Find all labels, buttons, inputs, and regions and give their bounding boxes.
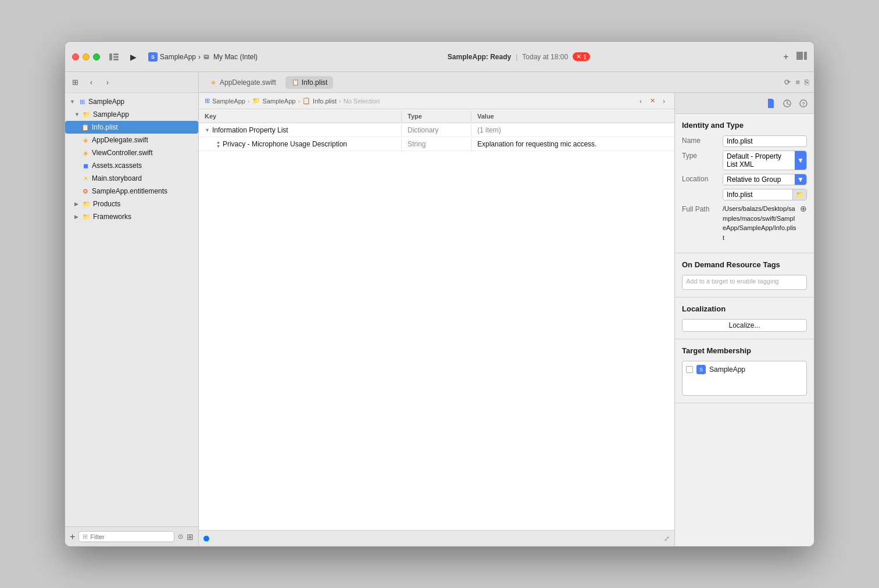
tab-label: AppDelegate.swift bbox=[220, 78, 276, 87]
plist-row-mic[interactable]: ▲ ▼ Privacy - Microphone Usage Descripti… bbox=[199, 137, 674, 151]
add-editor-btn[interactable]: ⊞ bbox=[187, 532, 194, 542]
stepper-icon[interactable]: ▲ ▼ bbox=[216, 140, 220, 148]
sidebar-item-appdelegate[interactable]: ◈ AppDelegate.swift bbox=[65, 134, 198, 146]
resource-tags-field[interactable]: Add to a target to enable tagging bbox=[682, 275, 807, 290]
sidebar-item-storyboard[interactable]: ✕ Main.storyboard bbox=[65, 172, 198, 185]
filter-input[interactable] bbox=[90, 533, 170, 540]
sidebar-item-products[interactable]: ▶ 📁 Products bbox=[65, 198, 198, 210]
sidebar-item-infoplist[interactable]: 📋 Info.plist bbox=[65, 121, 198, 134]
sidebar-item-frameworks[interactable]: ▶ 📁 Frameworks bbox=[65, 210, 198, 223]
target-item: S SampleApp bbox=[686, 365, 803, 374]
titlebar: ▶ S SampleApp › My Mac (Intel) SampleApp… bbox=[65, 42, 814, 72]
type-dropdown-arrow[interactable]: ▼ bbox=[795, 151, 806, 170]
add-tab-button[interactable]: + bbox=[780, 51, 792, 63]
sidebar-toggle-icon[interactable] bbox=[109, 53, 119, 60]
minimize-button[interactable] bbox=[83, 53, 90, 60]
scheme-name: SampleApp bbox=[160, 53, 196, 61]
error-count: 1 bbox=[583, 53, 587, 60]
list-view-icon[interactable]: ≡ bbox=[795, 78, 800, 87]
col-type-header: Type bbox=[402, 111, 471, 121]
svg-rect-2 bbox=[113, 56, 119, 58]
location-field-container: Relative to Group ▼ bbox=[723, 174, 807, 185]
help-inspector-icon[interactable]: ? bbox=[798, 98, 809, 109]
breadcrumb-file[interactable]: Info.plist bbox=[313, 98, 337, 105]
breadcrumb-close[interactable]: ✕ bbox=[648, 96, 657, 106]
history-inspector-icon[interactable] bbox=[781, 98, 793, 109]
sidebar-item-label: AppDelegate.swift bbox=[92, 136, 148, 144]
nav-forward-icon[interactable]: › bbox=[101, 76, 114, 89]
sidebar-item-entitlements[interactable]: ⚙ SampleApp.entitlements bbox=[65, 185, 198, 198]
plist-value-root: (1 item) bbox=[471, 124, 674, 136]
error-icon: ✕ bbox=[576, 53, 581, 60]
sidebar-item-label: SampleApp.entitlements bbox=[92, 187, 167, 195]
localization-title: Localization bbox=[682, 304, 807, 313]
error-badge[interactable]: ✕ 1 bbox=[573, 52, 590, 61]
folder-browse-button[interactable]: 📁 bbox=[792, 189, 806, 200]
plist-row-root[interactable]: ▼ Information Property List Dictionary (… bbox=[199, 123, 674, 137]
plist-header: Key Type Value bbox=[199, 109, 674, 123]
sidebar-item-project[interactable]: ▼ ⊞ SampleApp bbox=[65, 95, 198, 108]
location-dropdown-arrow[interactable]: ▼ bbox=[795, 174, 806, 185]
inspector-panel: ? Identity and Type Name Info.plist bbox=[674, 93, 814, 546]
breadcrumb-selection[interactable]: No Selection bbox=[344, 98, 380, 105]
plist-editor: Key Type Value ▼ Information Property Li… bbox=[199, 109, 674, 530]
plist-key-text: Information Property List bbox=[212, 126, 288, 134]
scheme-selector[interactable]: S SampleApp › My Mac (Intel) bbox=[148, 52, 258, 62]
breadcrumb-actions: ‹ ✕ › bbox=[636, 96, 669, 106]
name-field[interactable]: Info.plist bbox=[723, 135, 807, 147]
resource-tags-placeholder: Add to a target to enable tagging bbox=[686, 278, 779, 285]
run-button[interactable]: ▶ bbox=[130, 52, 137, 62]
filter-icon: ⊞ bbox=[83, 533, 88, 540]
assets-icon: ◼ bbox=[81, 162, 90, 170]
editor-right-tools: ⟳ ≡ ⎘ bbox=[784, 78, 809, 87]
target-checkbox[interactable] bbox=[686, 366, 693, 373]
breadcrumb-project[interactable]: SampleApp bbox=[212, 98, 245, 105]
choose-path-button[interactable]: ⊕ bbox=[800, 204, 807, 213]
sidebar-item-viewcontroller[interactable]: ◈ ViewController.swift bbox=[65, 146, 198, 159]
name-value: Info.plist bbox=[727, 137, 753, 145]
target-box: S SampleApp bbox=[682, 361, 807, 396]
target-membership-section: Target Membership S SampleApp bbox=[675, 339, 814, 403]
breadcrumb-folder[interactable]: SampleApp bbox=[263, 98, 296, 105]
editor-area: ⊞ SampleApp › 📁 SampleApp › 📋 Info.plist… bbox=[199, 93, 674, 546]
folder-icon: 📁 bbox=[83, 110, 91, 119]
svg-rect-4 bbox=[204, 55, 209, 59]
sidebar-item-label: Assets.xcassets bbox=[92, 162, 142, 170]
inspector-location-row: Location Relative to Group ▼ bbox=[682, 174, 807, 185]
close-button[interactable] bbox=[72, 53, 79, 60]
tab-infoplist[interactable]: 📋 Info.plist bbox=[285, 76, 334, 89]
expand-row-icon[interactable]: ▼ bbox=[205, 127, 210, 133]
tab-label: Info.plist bbox=[302, 78, 328, 87]
breadcrumb-nav-right[interactable]: › bbox=[659, 96, 669, 106]
destination-name: My Mac (Intel) bbox=[213, 53, 258, 61]
nav-back-icon[interactable]: ‹ bbox=[85, 76, 98, 89]
localize-button[interactable]: Localize... bbox=[682, 319, 807, 332]
inspector-toggle-icon[interactable] bbox=[796, 52, 807, 62]
sidebar-item-assets[interactable]: ◼ Assets.xcassets bbox=[65, 159, 198, 172]
swift-icon: ◈ bbox=[81, 136, 90, 144]
svg-rect-6 bbox=[796, 52, 803, 60]
recent-files-btn[interactable]: ⊙ bbox=[178, 533, 183, 540]
resize-handle[interactable]: ⤢ bbox=[664, 535, 670, 543]
grid-view-icon[interactable]: ⊞ bbox=[69, 76, 81, 89]
traffic-lights bbox=[72, 53, 100, 60]
breadcrumb-nav-left[interactable]: ‹ bbox=[636, 96, 645, 106]
sidebar-item-label: SampleApp bbox=[93, 110, 129, 119]
breadcrumb-file-icon: 📋 bbox=[302, 97, 310, 105]
status-label: SampleApp: Ready bbox=[448, 53, 511, 61]
filename-field-container: Info.plist 📁 bbox=[723, 189, 807, 200]
breadcrumb-folder-icon: 📁 bbox=[252, 97, 260, 105]
split-view-icon[interactable]: ⎘ bbox=[805, 78, 809, 87]
maximize-button[interactable] bbox=[93, 53, 100, 60]
sidebar-item-app-folder[interactable]: ▼ 📁 SampleApp bbox=[65, 108, 198, 121]
expand-arrow: ▼ bbox=[74, 112, 80, 117]
titlebar-center: SampleApp: Ready | Today at 18:00 ✕ 1 bbox=[262, 52, 776, 61]
type-value: Default - Property List XML bbox=[723, 151, 795, 170]
svg-rect-1 bbox=[113, 53, 119, 55]
file-inspector-icon[interactable] bbox=[765, 98, 777, 109]
on-demand-title: On Demand Resource Tags bbox=[682, 260, 807, 269]
refresh-icon[interactable]: ⟳ bbox=[784, 78, 791, 87]
add-file-button[interactable]: + bbox=[70, 532, 75, 542]
name-label: Name bbox=[682, 135, 723, 146]
tab-appdelegate[interactable]: ◈ AppDelegate.swift bbox=[203, 76, 282, 89]
